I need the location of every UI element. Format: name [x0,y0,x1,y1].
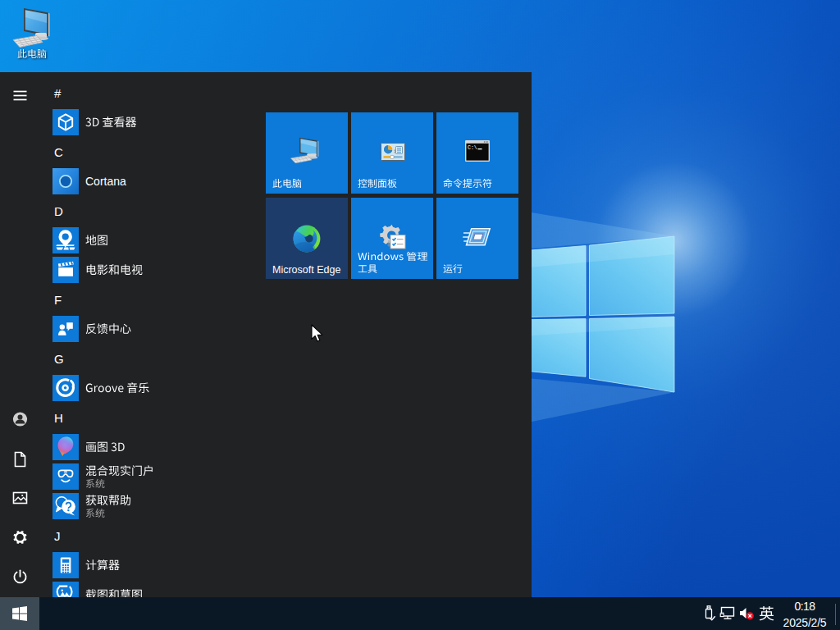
svg-text:C:\: C:\ [468,145,477,151]
